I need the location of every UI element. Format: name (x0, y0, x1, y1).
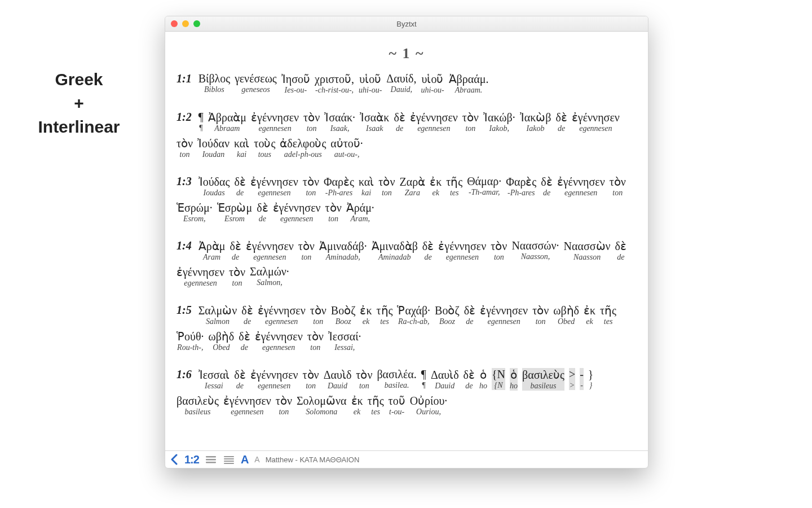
layout-option-2-button[interactable] (223, 454, 235, 465)
word-pair[interactable]: ἐκek (430, 175, 442, 198)
document-content[interactable]: ~ 1 ~ 1:1 ΒίβλοςBiblosγενέσεωςgeneseosἸη… (165, 32, 648, 450)
word-pair[interactable]: τὸνton (378, 175, 395, 198)
word-pair[interactable]: τὸνton (303, 368, 319, 391)
word-pair[interactable]: τῆςtes (377, 304, 393, 326)
word-pair[interactable]: ἸησοῦIes-ou- (281, 72, 310, 95)
word-pair[interactable]: }} (588, 368, 594, 390)
word-pair[interactable]: ¶¶ (421, 368, 426, 390)
word-pair[interactable]: δὲde (241, 304, 253, 326)
word-pair[interactable]: ὁho (510, 368, 518, 391)
word-pair[interactable]: ἐγέννησενegennesen (223, 394, 271, 417)
word-pair[interactable]: τοῦt-ou- (389, 394, 405, 417)
word-pair[interactable]: ἐγέννησενegennesen (176, 265, 224, 288)
word-pair[interactable]: υἱοῦuhi-ou- (421, 72, 444, 95)
word-pair[interactable]: ωβὴδObed (208, 330, 234, 352)
word-pair[interactable]: ΒοὸζBooz (331, 304, 356, 326)
word-pair[interactable]: δὲde (239, 330, 250, 352)
word-pair[interactable]: τῆςtes (446, 175, 462, 198)
word-pair[interactable]: δὲde (555, 111, 567, 133)
word-pair[interactable]: Ῥαχάβ·Ra-ch-ab, (397, 304, 430, 326)
word-pair[interactable]: δὲde (422, 239, 434, 262)
word-pair[interactable]: δὲde (257, 201, 268, 224)
layout-option-1-button[interactable] (205, 454, 217, 465)
word-pair[interactable]: ἐγέννησενegennesen (258, 304, 306, 326)
word-pair[interactable]: ἸσαὰκIsaak (360, 111, 389, 133)
word-pair[interactable]: ωβὴδObed (553, 304, 579, 326)
font-small-button[interactable]: A (254, 455, 259, 464)
word-pair[interactable]: τὸνton (310, 304, 326, 326)
word-pair[interactable]: ἐγέννησενegennesen (250, 175, 298, 198)
word-pair[interactable]: ὁho (479, 368, 487, 391)
word-pair[interactable]: τὸνton (462, 111, 479, 133)
word-pair[interactable]: Ἰεσσαί·Iessai, (328, 330, 361, 352)
word-pair[interactable]: τὸνton (610, 175, 626, 198)
word-pair[interactable]: Ῥούθ·Rou-th-, (176, 330, 204, 352)
word-pair[interactable]: ΝαασσὼνNaasson (564, 239, 611, 262)
word-pair[interactable]: ΒοὸζBooz (435, 304, 460, 326)
word-pair[interactable]: ἐγέννησενegennesen (480, 304, 528, 326)
word-pair[interactable]: τὸνton (298, 239, 315, 262)
word-pair[interactable]: δὲde (615, 239, 626, 262)
word-pair[interactable]: τῆςtes (368, 394, 384, 417)
word-pair[interactable]: βασιλεὺςbasileus (176, 394, 219, 417)
word-pair[interactable]: ΣαλμὼνSalmon (198, 304, 237, 326)
word-pair[interactable]: τὸνton (176, 137, 193, 159)
word-pair[interactable]: καὶkai (234, 137, 249, 159)
word-pair[interactable]: τὸνton (532, 304, 549, 326)
word-pair[interactable]: ἙσρὼμEsrom (217, 201, 252, 224)
word-pair[interactable]: ἐγέννησενegennesen (557, 175, 605, 198)
word-pair[interactable]: Οὐρίου·Ouriou, (410, 394, 448, 417)
word-pair[interactable]: ΒίβλοςBiblos (198, 72, 231, 94)
word-pair[interactable]: δὲde (234, 368, 245, 391)
word-pair[interactable]: τὸνton (303, 175, 319, 198)
word-pair[interactable]: ἸούδαςIoudas (198, 175, 230, 198)
word-pair[interactable]: Φαρὲς-Ph-ares (324, 175, 354, 198)
word-pair[interactable]: καὶkai (359, 175, 374, 198)
word-pair[interactable]: τὸνton (229, 265, 245, 288)
word-pair[interactable]: υἱοῦuhi-ou- (359, 72, 382, 95)
word-pair[interactable]: ¶¶ (198, 111, 204, 133)
word-pair[interactable]: ἐγέννησενegennesen (572, 111, 620, 133)
word-pair[interactable]: γενέσεωςgeneseos (235, 72, 277, 94)
word-pair[interactable]: Ἰακώβ·Iakob, (483, 111, 515, 133)
word-pair[interactable]: βασιλεὺςbasileus (522, 368, 564, 391)
word-pair[interactable]: ἐγέννησενegennesen (410, 111, 458, 133)
word-pair[interactable]: Ναασσών·Naasson, (511, 239, 559, 261)
word-pair[interactable]: τὸνton (303, 111, 320, 133)
word-pair[interactable]: δὲde (541, 175, 552, 198)
word-pair[interactable]: ἸεσσαὶIessai (198, 368, 230, 391)
word-pair[interactable]: Ἀβραάμ.Abraam. (449, 72, 489, 95)
word-pair[interactable]: τὸνton (325, 201, 342, 224)
word-pair[interactable]: Θάμαρ·-Th-amar, (467, 175, 501, 197)
word-pair[interactable]: >> (569, 368, 575, 390)
word-pair[interactable]: -- (580, 368, 584, 390)
word-pair[interactable]: ἐγέννησενegennesen (438, 239, 486, 262)
word-pair[interactable]: δὲde (394, 111, 405, 133)
word-pair[interactable]: χριστοῦ,-ch-rist-ou-, (315, 72, 354, 95)
word-pair[interactable]: ἈβραὰμAbraam (208, 111, 246, 133)
word-pair[interactable]: βασιλέα.basilea. (377, 368, 416, 390)
word-pair[interactable]: ἐκek (360, 304, 372, 326)
word-pair[interactable]: ἸούδανIoudan (197, 137, 230, 159)
font-large-button[interactable]: A (241, 453, 249, 466)
word-pair[interactable]: ΣολομῶναSolomona (297, 394, 347, 417)
word-pair[interactable]: {N{N (492, 368, 505, 390)
back-button[interactable] (170, 454, 179, 465)
word-pair[interactable]: Ἰσαάκ·Isaak, (324, 111, 355, 133)
word-pair[interactable]: τοὺςtous (254, 137, 275, 159)
word-pair[interactable]: ἐγέννησενegennesen (255, 330, 303, 352)
word-pair[interactable]: Ἑσρώμ·Esrom, (176, 201, 213, 224)
word-pair[interactable]: ἀδελφοὺςadel-ph-ous (280, 137, 326, 159)
word-pair[interactable]: ἐκek (351, 394, 363, 417)
word-pair[interactable]: τὸνton (356, 368, 372, 391)
word-pair[interactable]: ἈμιναδὰβAminadab (372, 239, 418, 262)
word-pair[interactable]: ΔαυὶδDauid (324, 368, 352, 391)
word-pair[interactable]: αὐτοῦ·aut-ou-, (330, 137, 363, 159)
word-pair[interactable]: Ἀράμ·Aram, (346, 201, 374, 224)
word-pair[interactable]: ἈρὰμAram (198, 239, 226, 262)
word-pair[interactable]: τῆςtes (600, 304, 616, 326)
word-pair[interactable]: ἐγέννησενegennesen (246, 239, 294, 262)
word-pair[interactable]: Δαυίδ,Dauid, (386, 72, 416, 94)
word-pair[interactable]: Φαρὲς-Ph-ares (506, 175, 536, 198)
verse-numbers-button[interactable]: 1:2 (184, 453, 199, 466)
